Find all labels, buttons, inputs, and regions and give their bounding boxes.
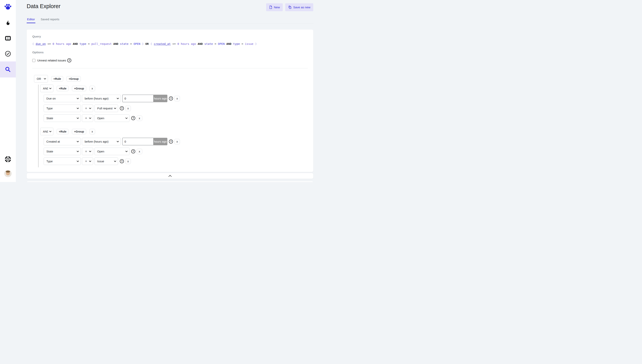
remove-group-button[interactable]: x [90, 86, 95, 91]
query-token: OR [145, 42, 148, 46]
flame-icon [5, 20, 11, 26]
user-avatar[interactable] [4, 170, 12, 177]
help-icon[interactable]: ? [120, 159, 124, 163]
sidebar-item-flame[interactable] [0, 20, 16, 26]
root-group-header: OR +Rule +Group [34, 75, 308, 82]
field-select[interactable]: Due on [44, 95, 81, 102]
operator-select[interactable]: = [82, 114, 93, 122]
value-select[interactable]: Open [94, 148, 130, 155]
query-token: AND [113, 42, 118, 46]
rule-row: Type = Pull request ? [44, 104, 308, 112]
query-token: due_on [36, 42, 46, 46]
remove-rule-button[interactable]: x [125, 106, 131, 111]
copy-file-icon [288, 6, 292, 9]
new-button[interactable]: New [266, 3, 283, 11]
collapse-bar[interactable] [27, 173, 313, 179]
sidebar-item-board[interactable] [0, 35, 16, 41]
unnest-option-row: Unnest related issues ? [32, 58, 308, 62]
unnest-checkbox[interactable] [32, 59, 35, 62]
rule-row: State = Open ? [44, 114, 308, 122]
value-select[interactable]: Pull request [94, 104, 118, 112]
rule-row: Due on before (hours ago) hours ago [44, 95, 308, 102]
add-rule-button[interactable]: +Rule [56, 86, 68, 91]
group-header: AND +Rule +Group x [40, 84, 308, 92]
value-input-group: hours ago [122, 138, 167, 145]
results-card-partial [27, 181, 313, 182]
unit-addon: hours ago [153, 95, 167, 102]
new-file-icon [269, 6, 272, 9]
check-circle-icon [5, 50, 11, 57]
query-token: <= [48, 42, 51, 46]
operator-select[interactable]: before (hours ago) [82, 138, 121, 145]
query-token: AND [73, 42, 78, 46]
help-icon[interactable]: ? [169, 96, 173, 100]
sidebar-item-help[interactable] [0, 156, 16, 163]
query-section-label: Query [32, 35, 308, 38]
operator-select[interactable]: before (hours ago) [82, 95, 121, 102]
page-title: Data Explorer [27, 3, 60, 10]
field-select[interactable]: Type [44, 158, 81, 165]
query-token: = [214, 42, 216, 46]
query-token: = [88, 42, 90, 46]
help-icon[interactable]: ? [67, 58, 71, 62]
rule-row: Type = Issue ? [44, 158, 308, 165]
help-icon[interactable]: ? [131, 149, 135, 154]
main-content: Data Explorer New Save as new Editor Sav [16, 0, 321, 182]
group-rules: Created at before (hours ago) hours ago [44, 138, 308, 165]
remove-rule-button[interactable]: x [174, 139, 180, 144]
editor-card: Query ( due_on <= 0 hours ago AND type =… [27, 30, 313, 172]
query-token: 0 [52, 42, 54, 46]
help-icon[interactable]: ? [169, 140, 173, 144]
rule-group: AND +Rule +Group x Created at [40, 128, 308, 165]
query-token: hours [56, 42, 64, 46]
add-group-button[interactable]: +Group [72, 129, 86, 134]
query-token: state [204, 42, 213, 46]
save-as-new-button-label: Save as new [293, 6, 310, 9]
unit-addon: hours ago [153, 138, 167, 145]
group-combinator-select[interactable]: AND [40, 84, 53, 92]
paw-logo-icon [4, 4, 12, 11]
value-select[interactable]: Open [94, 114, 130, 122]
section-divider [32, 68, 308, 68]
query-token: ) [142, 42, 144, 46]
tab-saved-reports[interactable]: Saved reports [40, 18, 60, 23]
group-header: AND +Rule +Group x [40, 128, 308, 135]
query-token: created_at [154, 42, 171, 46]
add-group-button[interactable]: +Group [66, 76, 81, 82]
operator-select[interactable]: = [82, 158, 93, 165]
add-group-button[interactable]: +Group [72, 86, 86, 91]
add-rule-button[interactable]: +Rule [51, 76, 63, 82]
value-select[interactable]: Issue [94, 158, 118, 165]
query-token: ( [150, 42, 152, 46]
query-token: = [242, 42, 243, 46]
remove-rule-button[interactable]: x [137, 116, 142, 121]
group-rules: Due on before (hours ago) hours ago [44, 95, 308, 122]
group-combinator-select[interactable]: AND [40, 128, 53, 135]
root-combinator-select[interactable]: OR [34, 75, 48, 82]
help-icon[interactable]: ? [120, 106, 124, 110]
save-as-new-button[interactable]: Save as new [285, 3, 313, 11]
sidebar-item-logo[interactable] [0, 3, 16, 11]
help-icon[interactable]: ? [131, 116, 135, 120]
unnest-checkbox-label: Unnest related issues [37, 59, 66, 62]
field-select[interactable]: State [44, 114, 81, 122]
remove-rule-button[interactable]: x [137, 149, 142, 154]
rule-row: State = Open ? [44, 148, 308, 155]
value-input[interactable] [122, 95, 153, 102]
operator-select[interactable]: = [82, 104, 93, 112]
value-input[interactable] [122, 138, 153, 145]
add-rule-button[interactable]: +Rule [56, 129, 68, 134]
remove-rule-button[interactable]: x [125, 158, 131, 164]
field-select[interactable]: Type [44, 104, 81, 112]
board-columns-icon [5, 36, 11, 41]
field-select[interactable]: Created at [44, 138, 81, 145]
life-buoy-icon [5, 156, 11, 162]
sidebar-item-search[interactable] [0, 62, 16, 78]
tab-editor[interactable]: Editor [27, 18, 35, 23]
remove-group-button[interactable]: x [90, 129, 95, 134]
operator-select[interactable]: = [82, 148, 93, 155]
field-select[interactable]: State [44, 148, 81, 155]
sidebar-item-tasks[interactable] [0, 50, 16, 57]
remove-rule-button[interactable]: x [174, 96, 180, 101]
query-builder: OR +Rule +Group AND +Rule +Group [34, 75, 308, 167]
